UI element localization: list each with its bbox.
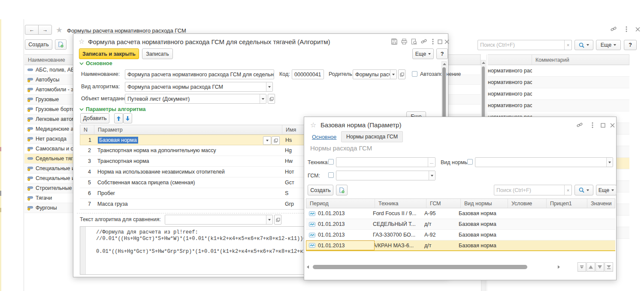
save-button[interactable]: Записать	[142, 48, 173, 59]
kebab-menu-icon[interactable]	[623, 26, 630, 33]
maximize-icon[interactable]	[436, 38, 443, 45]
norm-row[interactable]: 01.01.2013 ГАЗ-330700 БО... А-92 Базовая…	[306, 230, 615, 240]
preview-icon[interactable]	[411, 38, 417, 45]
link-icon[interactable]	[576, 122, 583, 129]
fuel-filter-checkbox[interactable]	[328, 172, 334, 178]
link-icon[interactable]	[610, 26, 617, 33]
norm-row[interactable]: 01.01.2013 Ford Focus II / 9... А-95 Баз…	[306, 208, 615, 219]
value-column-header[interactable]: Значени	[587, 199, 616, 208]
norms-more-button[interactable]: Еще	[596, 185, 617, 195]
move-down-button[interactable]	[123, 113, 132, 123]
combo-arrow-icon[interactable]	[266, 215, 272, 224]
scroll-up-icon[interactable]	[443, 63, 446, 65]
metadata-open-button[interactable]	[268, 94, 275, 104]
norm-row[interactable]: 01.01.2013 СЕДЕЛЬНЫЙ Т... д/т Базовая но…	[306, 219, 615, 230]
help-button[interactable]: ?	[624, 40, 637, 50]
move-up-button[interactable]	[114, 113, 123, 123]
save-icon[interactable]	[391, 38, 398, 45]
name-field[interactable]: Формула расчета нормативного расхода ГСМ…	[125, 69, 274, 79]
comment-column-header[interactable]: Комментарий	[532, 55, 629, 65]
item-row[interactable]: нормативного расход...	[488, 100, 629, 111]
section-params-toggle[interactable]: Параметры алгоритма	[79, 106, 146, 112]
nav-forward-button[interactable]: →	[38, 25, 52, 35]
cond-column-header[interactable]: Условие	[508, 199, 547, 208]
param-column-header[interactable]: Параметр	[94, 125, 282, 134]
combo-arrow-icon[interactable]	[266, 82, 272, 91]
norm-kind-filter-input[interactable]	[475, 157, 613, 167]
section-main-toggle[interactable]: Основное	[79, 60, 112, 66]
favorite-star-icon[interactable]: ☆	[310, 121, 316, 129]
tech-filter-input[interactable]: ...	[336, 157, 435, 167]
add-parameter-button[interactable]: Добавить	[80, 113, 109, 123]
tech-column-header[interactable]: Техника	[375, 199, 426, 208]
search-clear-icon[interactable]: ×	[564, 40, 571, 50]
tab-norms[interactable]: Нормы расхода ГСМ	[341, 131, 403, 142]
item-row[interactable]: нормативного расход...	[488, 77, 629, 88]
trailer-column-header[interactable]: Прицеп1	[547, 199, 587, 208]
param-open-button[interactable]	[272, 136, 280, 145]
norm-row-selected[interactable]: 01.01.2013 А/КРАН МАЗ-6... д/т Базовая н…	[306, 240, 615, 251]
list-more-button[interactable]: Еще	[596, 40, 621, 50]
kind-field[interactable]: Формула расчета нормы расхода ГСМ	[125, 82, 273, 92]
create-norm-by-copy-button[interactable]	[336, 185, 348, 195]
choose-button[interactable]: ...	[428, 158, 435, 167]
favorite-star-icon[interactable]: ★	[56, 25, 63, 35]
tab-main[interactable]: Основное	[312, 134, 336, 140]
combo-arrow-icon[interactable]	[260, 94, 266, 103]
hidden-column-header[interactable]	[488, 55, 532, 65]
fuel-filter-input[interactable]	[336, 171, 435, 180]
items-table-header: Комментарий	[488, 54, 629, 65]
n-column-header[interactable]: N	[80, 125, 94, 134]
norm-kind-filter-checkbox[interactable]	[467, 159, 473, 165]
autofill-label: Автозаполнение	[420, 71, 461, 77]
print-icon[interactable]	[401, 38, 408, 45]
create-by-copy-button[interactable]	[55, 39, 67, 50]
kebab-menu-icon[interactable]	[589, 122, 596, 129]
fuel-column-header[interactable]: ГСМ	[426, 199, 461, 208]
save-and-close-button[interactable]: Записать и закрыть	[79, 48, 139, 59]
period-column-header[interactable]: Период	[306, 199, 375, 208]
go-previous-button[interactable]	[587, 262, 595, 272]
create-button[interactable]: Создать	[25, 39, 52, 50]
tech-filter-checkbox[interactable]	[328, 159, 334, 165]
parent-field[interactable]: Формулы расчета норм Г	[353, 69, 397, 79]
norms-search-button[interactable]	[574, 185, 593, 195]
norms-hscrollbar[interactable]	[307, 264, 560, 270]
search-clear-icon[interactable]: ×	[564, 185, 571, 195]
search-button[interactable]	[574, 40, 593, 50]
dialog-more-button[interactable]: Еще	[412, 48, 434, 59]
scroll-right-icon[interactable]	[558, 265, 560, 269]
nav-back-button[interactable]: ←	[25, 25, 39, 35]
code-field[interactable]: 000000041	[292, 69, 324, 79]
favorite-star-icon[interactable]: ☆	[79, 37, 85, 45]
param-dialog-title: Базовая норма (Параметр)	[320, 121, 401, 129]
combo-arrow-icon[interactable]	[606, 158, 613, 167]
item-row[interactable]: нормативного расход...	[488, 88, 629, 100]
close-icon[interactable]	[609, 122, 616, 129]
maximize-icon[interactable]	[599, 122, 606, 129]
combo-arrow-icon[interactable]	[390, 70, 396, 79]
metadata-field[interactable]: Путевой лист (Документ)	[125, 94, 266, 104]
kind-column-header[interactable]: Вид нормы	[461, 199, 508, 208]
parent-open-button[interactable]	[398, 69, 405, 79]
norms-search-input[interactable]: Поиск (Ctrl+F) ×	[494, 185, 572, 195]
go-next-button[interactable]	[596, 262, 604, 272]
scroll-up-icon[interactable]	[482, 62, 485, 64]
go-last-button[interactable]	[605, 262, 613, 272]
go-first-button[interactable]	[577, 262, 586, 272]
scroll-left-icon[interactable]	[307, 265, 309, 269]
compare-field[interactable]	[165, 215, 273, 225]
search-input[interactable]: Поиск (Ctrl+F) ×	[478, 40, 572, 50]
create-norm-button[interactable]: Создать	[308, 185, 333, 195]
hscrollbar-thumb[interactable]	[313, 265, 527, 269]
dialog-help-button[interactable]: ?	[436, 48, 448, 59]
item-row[interactable]: нормативного расход...	[488, 65, 629, 77]
combo-arrow-icon[interactable]	[429, 171, 435, 180]
compare-open-button[interactable]	[274, 215, 281, 225]
param-combo-arrow-icon[interactable]	[263, 136, 271, 145]
close-icon[interactable]	[634, 26, 641, 33]
autofill-checkbox[interactable]	[412, 71, 417, 77]
close-icon[interactable]	[443, 38, 450, 45]
link-icon[interactable]	[420, 38, 427, 45]
kebab-menu-icon[interactable]	[429, 38, 436, 45]
